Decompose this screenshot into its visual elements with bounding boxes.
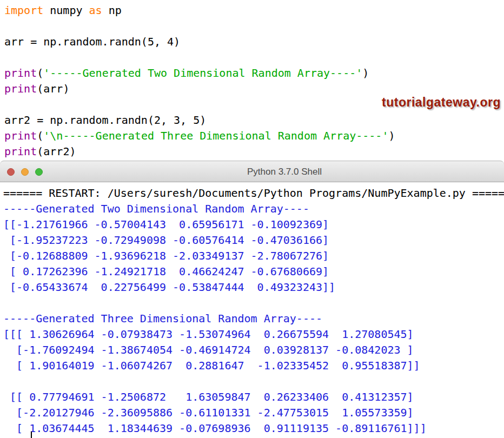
- code-line[interactable]: arr2 = np.random.randn(2, 3, 5): [4, 112, 504, 128]
- code-line[interactable]: print('-----Generated Two Dimensional Ra…: [4, 65, 504, 81]
- shell-line[interactable]: [[[ 1.30626964 -0.07938473 -1.53074964 0…: [3, 327, 504, 342]
- shell-line[interactable]: [3, 295, 504, 311]
- shell-line[interactable]: [-2.20127946 -2.36095886 -0.61101331 -2.…: [3, 405, 504, 421]
- watermark: tutorialgateway.org: [382, 95, 501, 110]
- code-line[interactable]: import numpy as np: [4, 3, 504, 18]
- code-line[interactable]: arr = np.random.randn(5, 4): [4, 34, 504, 50]
- shell-line[interactable]: [[-1.21761966 -0.57004143 0.65956171 -0.…: [3, 217, 504, 233]
- code-line[interactable]: [4, 50, 504, 65]
- text-token: [-1.95237223 -0.72949098 -0.60576414 -0.…: [3, 234, 329, 247]
- text-token: -----Generated Three Dimensional Random …: [3, 312, 322, 325]
- text-token: [-2.20127946 -2.36095886 -0.61101331 -2.…: [3, 406, 414, 419]
- text-token: (: [37, 129, 43, 142]
- text-token: [-1.76092494 -1.38674054 -0.46914724 0.0…: [3, 343, 414, 356]
- shell-line[interactable]: [-0.65433674 0.22756499 -0.53847444 0.49…: [3, 280, 504, 295]
- text-token: [ 1.90164019 -1.06074267 0.2881647 -1.02…: [3, 359, 420, 372]
- window-title: Python 3.7.0 Shell: [0, 161, 504, 183]
- shell-line[interactable]: ====== RESTART: /Users/suresh/Documents/…: [3, 185, 504, 201]
- text-token: ====== RESTART: /Users/suresh/Documents/…: [3, 187, 504, 200]
- shell-line[interactable]: [3, 374, 504, 389]
- text-token: [[-1.21761966 -0.57004143 0.65956171 -0.…: [3, 218, 329, 231]
- code-line[interactable]: print(arr): [4, 81, 504, 97]
- text-token: '-----Generated Two Dimensional Random A…: [43, 67, 362, 79]
- shell-output-area[interactable]: ====== RESTART: /Users/suresh/Documents/…: [0, 183, 504, 438]
- text-token: [ 0.17262396 -1.24921718 0.46624247 -0.6…: [3, 265, 329, 278]
- text-token: print: [4, 129, 37, 142]
- text-token: ): [388, 129, 395, 142]
- text-token: as: [89, 4, 102, 17]
- shell-line[interactable]: [[ 0.77794691 -1.2506872 1.63059847 0.26…: [3, 389, 504, 405]
- code-line[interactable]: [4, 18, 504, 34]
- text-token: arr = np.random.randn(5, 4): [4, 35, 180, 48]
- text-token: arr2 = np.random.randn(2, 3, 5): [4, 114, 206, 127]
- text-token: print: [4, 145, 37, 158]
- text-token: (arr): [37, 82, 69, 95]
- text-token: [-0.12688809 -1.93696218 -2.03349137 -2.…: [3, 249, 329, 262]
- text-token: (arr2): [37, 145, 76, 158]
- text-token: ): [362, 67, 369, 79]
- code-line[interactable]: print(arr2): [4, 144, 504, 160]
- shell-window-titlebar[interactable]: Python 3.7.0 Shell: [0, 161, 504, 182]
- text-token: -----Generated Two Dimensional Random Ar…: [3, 202, 309, 215]
- code-editor-area[interactable]: import numpy as nparr = np.random.randn(…: [0, 0, 504, 161]
- text-token: np: [102, 4, 122, 17]
- shell-output-text: ====== RESTART: /Users/suresh/Documents/…: [3, 185, 504, 436]
- text-cursor: [31, 432, 32, 438]
- text-token: [-0.65433674 0.22756499 -0.53847444 0.49…: [3, 281, 335, 294]
- shell-line[interactable]: -----Generated Three Dimensional Random …: [3, 311, 504, 327]
- shell-line[interactable]: [ 1.03674445 1.18344639 -0.07698936 0.91…: [3, 421, 504, 436]
- text-token: '\n-----Generated Three Dimensional Rand…: [43, 129, 388, 142]
- shell-line[interactable]: [-1.76092494 -1.38674054 -0.46914724 0.0…: [3, 342, 504, 358]
- text-token: (: [37, 67, 43, 79]
- text-token: numpy: [43, 4, 89, 17]
- text-token: [ 1.03674445 1.18344639 -0.07698936 0.91…: [3, 422, 427, 435]
- shell-line[interactable]: [-1.95237223 -0.72949098 -0.60576414 -0.…: [3, 233, 504, 248]
- text-token: print: [4, 67, 37, 79]
- text-token: [[ 0.77794691 -1.2506872 1.63059847 0.26…: [3, 390, 414, 403]
- shell-line[interactable]: -----Generated Two Dimensional Random Ar…: [3, 201, 504, 217]
- text-token: [[[ 1.30626964 -0.07938473 -1.53074964 0…: [3, 328, 414, 341]
- shell-line[interactable]: [ 0.17262396 -1.24921718 0.46624247 -0.6…: [3, 264, 504, 280]
- shell-line[interactable]: [ 1.90164019 -1.06074267 0.2881647 -1.02…: [3, 358, 504, 374]
- code-line[interactable]: print('\n-----Generated Three Dimensiona…: [4, 128, 504, 144]
- text-token: import: [4, 4, 43, 17]
- text-token: print: [4, 82, 37, 95]
- shell-line[interactable]: [-0.12688809 -1.93696218 -2.03349137 -2.…: [3, 248, 504, 264]
